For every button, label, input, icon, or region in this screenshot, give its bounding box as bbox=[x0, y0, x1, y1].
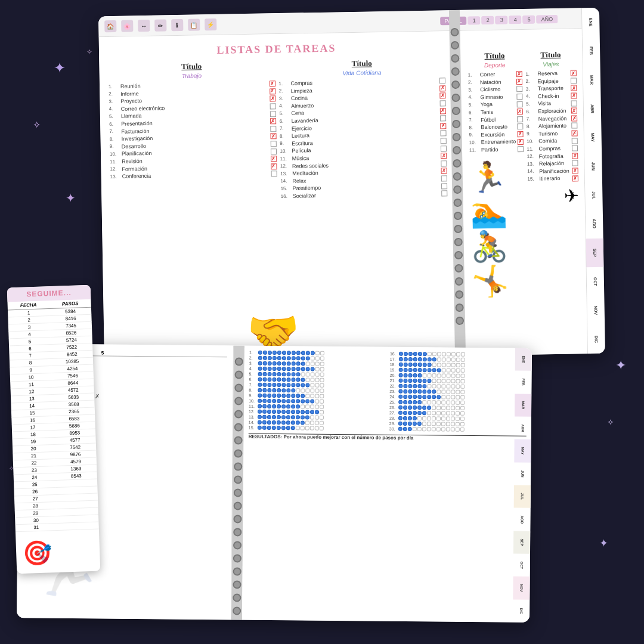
tab-3[interactable]: 3 bbox=[496, 16, 508, 24]
habit-dot bbox=[441, 400, 445, 404]
tab-5[interactable]: 5 bbox=[523, 15, 535, 23]
habit-dot bbox=[456, 369, 460, 373]
habit-dot bbox=[277, 420, 281, 425]
habit-dot bbox=[432, 352, 436, 356]
habit-dot bbox=[258, 410, 262, 414]
habit-dot bbox=[436, 422, 441, 426]
bmt-ago[interactable]: AGO bbox=[513, 508, 530, 531]
bmt-may[interactable]: MAY bbox=[514, 439, 531, 463]
habit-row: 20. bbox=[390, 373, 527, 379]
habit-dot bbox=[262, 388, 267, 392]
habit-dot bbox=[301, 410, 305, 414]
habit-dot bbox=[320, 394, 324, 398]
habit-dot bbox=[447, 363, 451, 367]
bmt-sep[interactable]: SEP bbox=[513, 531, 530, 554]
habit-dot bbox=[451, 374, 456, 378]
settings-icon[interactable]: ⚡ bbox=[205, 18, 216, 30]
habit-dot bbox=[399, 373, 403, 377]
bmt-oct[interactable]: OCT bbox=[513, 553, 530, 577]
bmt-dic[interactable]: DIC bbox=[513, 599, 530, 623]
habit-dot bbox=[418, 363, 422, 367]
bmt-mar[interactable]: MAR bbox=[515, 394, 531, 417]
habit-dot bbox=[447, 374, 451, 378]
habit-dot bbox=[272, 404, 276, 408]
bmt-jul[interactable]: JUL bbox=[514, 485, 531, 508]
month-jul[interactable]: JUL bbox=[584, 181, 603, 210]
habit-dot bbox=[413, 357, 417, 361]
month-mar[interactable]: MAR bbox=[583, 65, 601, 94]
arrows-icon[interactable]: ↔ bbox=[138, 20, 150, 32]
bmt-abr[interactable]: ABR bbox=[515, 416, 531, 439]
habit-dot bbox=[291, 410, 295, 414]
flower-icon[interactable]: 🌸 bbox=[121, 20, 133, 32]
tab-4[interactable]: 4 bbox=[509, 15, 522, 23]
month-nov[interactable]: NOV bbox=[586, 296, 605, 325]
habit-dot bbox=[258, 388, 262, 392]
bmt-ene[interactable]: ENE bbox=[515, 348, 532, 371]
habit-dot bbox=[422, 384, 426, 388]
habit-dot bbox=[447, 352, 451, 357]
habit-dot bbox=[418, 357, 422, 361]
tab-ano[interactable]: AÑO bbox=[537, 14, 558, 23]
habit-dot bbox=[320, 400, 324, 404]
habit-dot bbox=[273, 356, 277, 360]
habit-dot bbox=[258, 426, 262, 430]
bmt-feb[interactable]: FEB bbox=[515, 371, 531, 394]
month-dic[interactable]: DIC bbox=[587, 324, 605, 354]
month-ago[interactable]: AGO bbox=[585, 209, 603, 239]
habit-dot bbox=[292, 356, 296, 360]
habit-row: 4. bbox=[249, 367, 386, 372]
habit-dot bbox=[287, 356, 291, 360]
bottom-right-page: 1.2.3.4.5.6.7.8.9.10.11.12.13.14.15. 16.… bbox=[242, 346, 532, 623]
month-may[interactable]: MAY bbox=[583, 123, 602, 152]
month-abr[interactable]: ABR bbox=[583, 94, 601, 123]
bmt-jun[interactable]: JUN bbox=[514, 462, 531, 485]
habit-dot bbox=[417, 405, 422, 410]
month-jun[interactable]: JUN bbox=[584, 151, 602, 181]
habit-dot bbox=[451, 395, 455, 400]
habit-dot bbox=[262, 383, 267, 387]
habit-dot bbox=[296, 394, 300, 398]
habit-dot bbox=[310, 421, 314, 425]
habit-dot bbox=[427, 400, 431, 404]
habit-dot bbox=[268, 367, 272, 371]
habit-dot bbox=[258, 404, 262, 408]
habit-dot bbox=[320, 351, 324, 355]
habit-dot bbox=[281, 394, 286, 398]
habit-dot bbox=[437, 357, 441, 361]
habit-row: 15. bbox=[249, 426, 386, 431]
info-icon[interactable]: ℹ bbox=[171, 19, 183, 31]
habit-dot bbox=[296, 361, 301, 366]
habit-dot bbox=[286, 404, 290, 408]
habit-dot bbox=[403, 411, 407, 415]
month-oct[interactable]: OCT bbox=[586, 267, 604, 296]
habit-dot bbox=[277, 356, 281, 360]
habit-dot bbox=[451, 428, 455, 432]
bmt-nov[interactable]: NOV bbox=[513, 577, 530, 600]
habit-dot bbox=[277, 372, 281, 376]
habit-dot bbox=[404, 357, 408, 361]
habit-dot bbox=[408, 389, 412, 394]
habit-dot bbox=[277, 383, 281, 387]
habit-dot bbox=[281, 404, 286, 408]
habit-dot bbox=[315, 362, 320, 366]
habit-dot bbox=[418, 352, 422, 356]
home-icon[interactable]: 🏠 bbox=[104, 20, 116, 32]
month-sep[interactable]: SEP bbox=[586, 238, 604, 267]
pen-icon[interactable]: ✏ bbox=[154, 19, 166, 31]
habit-dot bbox=[417, 389, 422, 394]
col1-subtitle: Trabajo bbox=[109, 71, 275, 80]
habit-dot bbox=[399, 352, 403, 356]
habit-row: 16. bbox=[390, 352, 527, 357]
month-feb[interactable]: FEB bbox=[582, 36, 600, 66]
page-title: LISTAS DE TAREAS bbox=[108, 40, 445, 58]
habit-dot bbox=[287, 351, 291, 355]
tab-2[interactable]: 2 bbox=[482, 16, 494, 24]
tab-1[interactable]: 1 bbox=[467, 16, 480, 24]
habit-dot bbox=[291, 415, 295, 419]
clipboard-icon[interactable]: 📋 bbox=[188, 18, 200, 30]
habit-dot bbox=[417, 416, 422, 420]
habit-dot bbox=[446, 422, 450, 426]
habit-dot bbox=[282, 367, 286, 371]
month-ene[interactable]: ENE bbox=[581, 8, 600, 37]
